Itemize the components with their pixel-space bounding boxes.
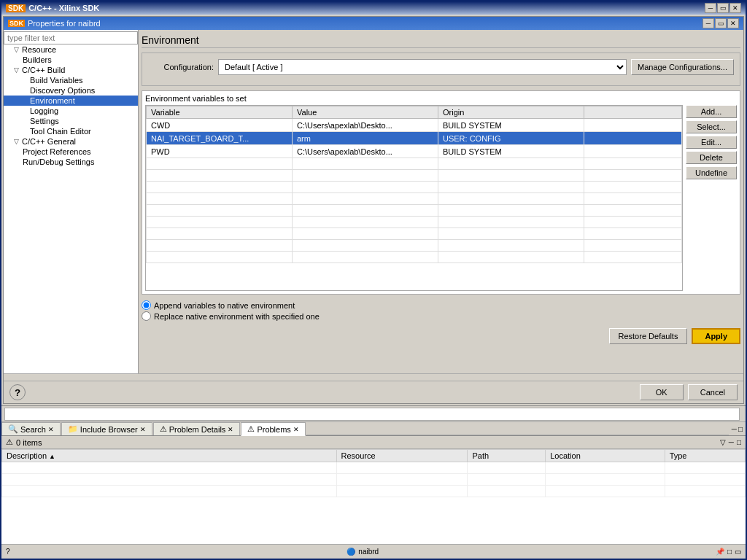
bottom-action-buttons: Restore Defaults Apply <box>142 325 740 347</box>
config-select[interactable]: Default [ Active ] <box>218 59 627 75</box>
tab-problems-close[interactable]: ✕ <box>293 426 299 433</box>
help-button[interactable]: ? <box>9 384 26 400</box>
tab-search-close[interactable]: ✕ <box>48 426 54 433</box>
horizontal-scrollbar[interactable] <box>4 373 743 381</box>
config-label: Configuration: <box>148 63 214 71</box>
sidebar-item-run-debug-settings[interactable]: Run/Debug Settings <box>4 157 138 167</box>
sidebar-item-logging[interactable]: Logging <box>4 106 138 116</box>
sidebar-item-label: Settings <box>30 117 59 125</box>
props-restore-button[interactable]: ▭ <box>715 18 727 28</box>
include-browser-icon: 📁 <box>68 424 78 434</box>
table-row[interactable]: PWD C:\Users\apexlab\Deskto... BUILD SYS… <box>147 145 682 158</box>
radio-append[interactable] <box>142 300 151 310</box>
cell-origin: BUILD SYSTEM <box>438 119 584 132</box>
tab-search[interactable]: 🔍 Search ✕ <box>1 422 61 435</box>
delete-button[interactable]: Delete <box>686 151 737 164</box>
expand-icon: ▽ <box>14 138 19 145</box>
status-btn1[interactable]: 📌 <box>716 548 724 556</box>
bottom-panel: 🔍 Search ✕ 📁 Include Browser ✕ ⚠ Problem… <box>1 405 746 544</box>
bottom-toolbar <box>1 406 746 422</box>
props-close-button[interactable]: ✕ <box>727 18 739 28</box>
env-action-buttons: Add... Select... Edit... Delete Undefine <box>686 105 737 291</box>
table-row-empty <box>147 228 682 240</box>
sidebar-item-label: Tool Chain Editor <box>30 127 91 136</box>
cell-variable: PWD <box>147 145 293 158</box>
tab-include-browser[interactable]: 📁 Include Browser ✕ <box>61 422 152 435</box>
table-row-empty <box>147 205 682 217</box>
cell-value: arm <box>293 132 438 145</box>
props-minimize-button[interactable]: ─ <box>703 18 714 28</box>
cell-value: C:\Users\apexlab\Deskto... <box>293 145 438 158</box>
undefine-button[interactable]: Undefine <box>686 166 737 179</box>
sidebar-item-resource[interactable]: ▽ Resource <box>4 44 138 55</box>
tab-include-close[interactable]: ✕ <box>140 426 146 433</box>
table-row-empty <box>2 486 746 497</box>
table-row[interactable]: NAI_TARGET_BOARD_T... arm USER: CONFIG <box>147 132 682 145</box>
status-controls: 📌 □ ▭ <box>716 548 741 556</box>
tab-problem-details-close[interactable]: ✕ <box>228 426 233 433</box>
radio-row-replace: Replace native environment with specifie… <box>142 311 740 321</box>
table-row-empty <box>147 182 682 193</box>
sidebar-item-tool-chain-editor[interactable]: Tool Chain Editor <box>4 126 138 136</box>
col-location: Location <box>546 450 665 462</box>
panel-controls: ─ □ <box>729 422 746 435</box>
table-row-empty <box>147 240 682 252</box>
properties-win-controls: ─ ▭ ✕ <box>703 18 739 28</box>
table-row-empty <box>2 474 746 486</box>
minimize-panel-button[interactable]: ─ <box>732 425 737 433</box>
section-title: Environment <box>142 33 740 48</box>
table-row[interactable]: CWD C:\Users\apexlab\Deskto... BUILD SYS… <box>147 119 682 132</box>
filter-input[interactable] <box>4 31 138 44</box>
status-left: ? <box>6 548 10 556</box>
cell-variable: NAI_TARGET_BOARD_T... <box>147 132 293 145</box>
table-row-empty <box>147 252 682 263</box>
tab-problem-details[interactable]: ⚠ Problem Details ✕ <box>153 422 241 435</box>
restore-button[interactable]: ▭ <box>717 3 729 13</box>
sidebar-item-settings[interactable]: Settings <box>4 116 138 126</box>
sidebar: ▽ Resource Builders ▽ C/C++ Build Build … <box>4 30 139 373</box>
restore-defaults-button[interactable]: Restore Defaults <box>609 328 688 344</box>
add-button[interactable]: Add... <box>686 105 737 118</box>
problems-maximize-button[interactable]: □ <box>737 438 741 446</box>
close-button[interactable]: ✕ <box>729 3 741 13</box>
problems-minimize-button[interactable]: ─ <box>729 438 734 446</box>
edit-button[interactable]: Edit... <box>686 136 737 149</box>
sidebar-item-label: Builders <box>23 55 52 64</box>
sidebar-item-project-references[interactable]: Project References <box>4 147 138 157</box>
sdk-badge-inner: SDK <box>8 20 25 27</box>
manage-configurations-button[interactable]: Manage Configurations... <box>631 59 734 75</box>
tab-problems-label: Problems <box>257 425 290 434</box>
main-title-bar: SDK C/C++ - Xilinx SDK ─ ▭ ✕ <box>1 1 746 15</box>
col-description: Description ▲ <box>2 450 337 462</box>
radio-replace[interactable] <box>142 311 151 321</box>
ok-button[interactable]: OK <box>640 384 684 400</box>
tab-problems[interactable]: ⚠ Problems ✕ <box>241 422 305 436</box>
env-variables-table: Variable Value Origin CWD <box>146 106 682 263</box>
maximize-panel-button[interactable]: □ <box>738 425 743 433</box>
app-title: C/C++ - Xilinx SDK <box>28 4 99 12</box>
status-btn2[interactable]: □ <box>727 548 732 556</box>
sidebar-item-environment[interactable]: Environment <box>4 96 138 106</box>
problems-menu-button[interactable]: ▽ <box>720 438 726 446</box>
table-row-empty <box>147 217 682 228</box>
problems-content: ⚠ 0 items ▽ ─ □ Description ▲ Resource P… <box>1 436 746 544</box>
sidebar-item-cpp-general[interactable]: ▽ C/C++ General <box>4 136 138 147</box>
cancel-button[interactable]: Cancel <box>688 384 738 400</box>
cell-extra <box>584 145 682 158</box>
sidebar-item-cpp-build[interactable]: ▽ C/C++ Build <box>4 65 138 75</box>
sidebar-item-build-variables[interactable]: Build Variables <box>4 75 138 85</box>
sidebar-item-discovery-options[interactable]: Discovery Options <box>4 85 138 96</box>
select-button[interactable]: Select... <box>686 120 737 133</box>
sidebar-item-label: Discovery Options <box>30 86 95 95</box>
radio-append-label: Append variables to native environment <box>154 301 295 310</box>
table-row-empty <box>147 193 682 205</box>
problems-table: Description ▲ Resource Path Location Typ… <box>1 449 746 497</box>
table-row-empty <box>147 170 682 182</box>
apply-button[interactable]: Apply <box>692 328 740 344</box>
problems-count-label: 0 items <box>16 438 42 447</box>
sidebar-item-label: Logging <box>30 106 58 115</box>
tab-include-browser-label: Include Browser <box>80 425 138 434</box>
status-btn3[interactable]: ▭ <box>735 548 741 556</box>
minimize-button[interactable]: ─ <box>705 3 716 13</box>
sidebar-item-builders[interactable]: Builders <box>4 55 138 65</box>
